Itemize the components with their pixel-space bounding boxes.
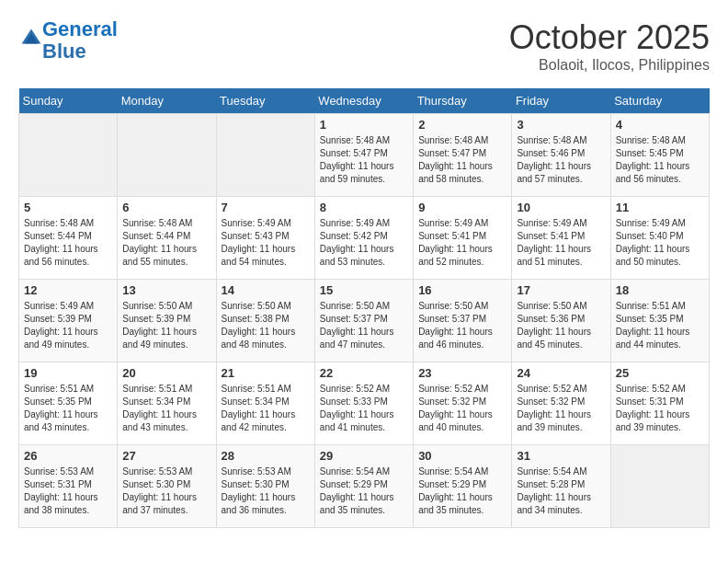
- calendar-cell: 17Sunrise: 5:50 AMSunset: 5:36 PMDayligh…: [512, 280, 610, 362]
- day-number: 1: [320, 118, 408, 132]
- day-number: 25: [616, 366, 704, 380]
- day-info: Sunrise: 5:49 AMSunset: 5:39 PMDaylight:…: [24, 300, 112, 351]
- day-number: 11: [616, 201, 704, 214]
- calendar-cell: [610, 445, 709, 528]
- calendar-cell: 8Sunrise: 5:49 AMSunset: 5:42 PMDaylight…: [314, 197, 413, 280]
- day-number: 10: [517, 201, 605, 214]
- calendar-cell: 6Sunrise: 5:48 AMSunset: 5:44 PMDaylight…: [118, 197, 216, 280]
- day-number: 3: [517, 118, 605, 132]
- day-info: Sunrise: 5:49 AMSunset: 5:41 PMDaylight:…: [418, 217, 506, 269]
- calendar-cell: 3Sunrise: 5:48 AMSunset: 5:46 PMDaylight…: [512, 114, 610, 197]
- calendar-cell: 28Sunrise: 5:53 AMSunset: 5:30 PMDayligh…: [216, 445, 314, 528]
- calendar-cell: 14Sunrise: 5:50 AMSunset: 5:38 PMDayligh…: [216, 280, 314, 362]
- day-info: Sunrise: 5:48 AMSunset: 5:47 PMDaylight:…: [418, 134, 506, 186]
- weekday-header-tuesday: Tuesday: [216, 88, 314, 114]
- calendar-cell: 5Sunrise: 5:48 AMSunset: 5:44 PMDaylight…: [19, 197, 118, 280]
- day-info: Sunrise: 5:48 AMSunset: 5:47 PMDaylight:…: [320, 134, 408, 186]
- day-info: Sunrise: 5:48 AMSunset: 5:44 PMDaylight:…: [122, 217, 210, 269]
- calendar-cell: 21Sunrise: 5:51 AMSunset: 5:34 PMDayligh…: [216, 362, 314, 445]
- day-info: Sunrise: 5:50 AMSunset: 5:37 PMDaylight:…: [418, 300, 506, 351]
- calendar-cell: 19Sunrise: 5:51 AMSunset: 5:35 PMDayligh…: [19, 362, 118, 445]
- day-number: 16: [418, 283, 506, 297]
- day-number: 21: [222, 366, 310, 380]
- day-info: Sunrise: 5:52 AMSunset: 5:33 PMDaylight:…: [320, 383, 408, 434]
- calendar-cell: 22Sunrise: 5:52 AMSunset: 5:33 PMDayligh…: [314, 362, 413, 445]
- calendar-week-2: 12Sunrise: 5:49 AMSunset: 5:39 PMDayligh…: [19, 280, 710, 362]
- calendar-table: SundayMondayTuesdayWednesdayThursdayFrid…: [18, 88, 710, 528]
- calendar-cell: 29Sunrise: 5:54 AMSunset: 5:29 PMDayligh…: [314, 445, 413, 528]
- day-info: Sunrise: 5:52 AMSunset: 5:32 PMDaylight:…: [418, 383, 506, 434]
- day-info: Sunrise: 5:49 AMSunset: 5:42 PMDaylight:…: [320, 217, 408, 269]
- day-info: Sunrise: 5:49 AMSunset: 5:40 PMDaylight:…: [616, 217, 704, 269]
- day-info: Sunrise: 5:52 AMSunset: 5:32 PMDaylight:…: [517, 383, 605, 434]
- day-number: 6: [122, 201, 210, 214]
- day-number: 26: [24, 449, 112, 463]
- calendar-cell: 23Sunrise: 5:52 AMSunset: 5:32 PMDayligh…: [414, 362, 512, 445]
- logo: GeneralBlue: [18, 18, 118, 63]
- day-number: 29: [320, 449, 408, 463]
- day-number: 18: [616, 283, 704, 297]
- day-info: Sunrise: 5:53 AMSunset: 5:31 PMDaylight:…: [24, 465, 112, 517]
- day-info: Sunrise: 5:48 AMSunset: 5:45 PMDaylight:…: [616, 134, 704, 186]
- day-number: 13: [122, 283, 210, 297]
- day-number: 24: [517, 366, 605, 380]
- day-info: Sunrise: 5:51 AMSunset: 5:35 PMDaylight:…: [616, 300, 704, 351]
- weekday-header-thursday: Thursday: [414, 88, 512, 114]
- calendar-cell: 12Sunrise: 5:49 AMSunset: 5:39 PMDayligh…: [19, 280, 118, 362]
- day-number: 7: [222, 201, 310, 214]
- calendar-cell: 15Sunrise: 5:50 AMSunset: 5:37 PMDayligh…: [314, 280, 413, 362]
- day-info: Sunrise: 5:50 AMSunset: 5:39 PMDaylight:…: [122, 300, 210, 351]
- weekday-header-row: SundayMondayTuesdayWednesdayThursdayFrid…: [19, 88, 710, 114]
- calendar-cell: 9Sunrise: 5:49 AMSunset: 5:41 PMDaylight…: [414, 197, 512, 280]
- calendar-week-1: 5Sunrise: 5:48 AMSunset: 5:44 PMDaylight…: [19, 197, 710, 280]
- calendar-cell: 4Sunrise: 5:48 AMSunset: 5:45 PMDaylight…: [610, 114, 709, 197]
- day-number: 5: [24, 201, 112, 214]
- calendar-cell: [19, 114, 118, 197]
- day-number: 28: [222, 449, 310, 463]
- day-number: 20: [122, 366, 210, 380]
- calendar-week-3: 19Sunrise: 5:51 AMSunset: 5:35 PMDayligh…: [19, 362, 710, 445]
- calendar-cell: [216, 114, 314, 197]
- day-number: 4: [616, 118, 704, 132]
- day-number: 31: [517, 449, 605, 463]
- day-number: 9: [418, 201, 506, 214]
- weekday-header-sunday: Sunday: [19, 88, 118, 114]
- page-header: GeneralBlue October 2025 Bolaoit, Ilocos…: [18, 18, 710, 74]
- calendar-week-4: 26Sunrise: 5:53 AMSunset: 5:31 PMDayligh…: [19, 445, 710, 528]
- day-number: 19: [24, 366, 112, 380]
- calendar-cell: 26Sunrise: 5:53 AMSunset: 5:31 PMDayligh…: [19, 445, 118, 528]
- day-info: Sunrise: 5:52 AMSunset: 5:31 PMDaylight:…: [616, 383, 704, 434]
- calendar-cell: 20Sunrise: 5:51 AMSunset: 5:34 PMDayligh…: [118, 362, 216, 445]
- day-info: Sunrise: 5:51 AMSunset: 5:34 PMDaylight:…: [222, 383, 310, 434]
- day-number: 23: [418, 366, 506, 380]
- day-info: Sunrise: 5:51 AMSunset: 5:35 PMDaylight:…: [24, 383, 112, 434]
- calendar-cell: 25Sunrise: 5:52 AMSunset: 5:31 PMDayligh…: [610, 362, 709, 445]
- day-number: 8: [320, 201, 408, 214]
- calendar-cell: 24Sunrise: 5:52 AMSunset: 5:32 PMDayligh…: [512, 362, 610, 445]
- day-number: 27: [122, 449, 210, 463]
- logo-icon: [20, 28, 42, 50]
- calendar-cell: 27Sunrise: 5:53 AMSunset: 5:30 PMDayligh…: [118, 445, 216, 528]
- calendar-cell: 18Sunrise: 5:51 AMSunset: 5:35 PMDayligh…: [610, 280, 709, 362]
- day-number: 30: [418, 449, 506, 463]
- location-title: Bolaoit, Ilocos, Philippines: [509, 57, 710, 74]
- day-number: 2: [418, 118, 506, 132]
- logo-text: GeneralBlue: [42, 18, 118, 63]
- calendar-cell: 30Sunrise: 5:54 AMSunset: 5:29 PMDayligh…: [414, 445, 512, 528]
- weekday-header-friday: Friday: [512, 88, 610, 114]
- day-number: 12: [24, 283, 112, 297]
- title-block: October 2025 Bolaoit, Ilocos, Philippine…: [509, 18, 710, 74]
- day-info: Sunrise: 5:54 AMSunset: 5:29 PMDaylight:…: [418, 465, 506, 517]
- weekday-header-monday: Monday: [118, 88, 216, 114]
- day-info: Sunrise: 5:51 AMSunset: 5:34 PMDaylight:…: [122, 383, 210, 434]
- day-info: Sunrise: 5:50 AMSunset: 5:38 PMDaylight:…: [222, 300, 310, 351]
- calendar-cell: 7Sunrise: 5:49 AMSunset: 5:43 PMDaylight…: [216, 197, 314, 280]
- day-info: Sunrise: 5:54 AMSunset: 5:28 PMDaylight:…: [517, 465, 605, 517]
- month-title: October 2025: [509, 18, 710, 57]
- calendar-cell: 2Sunrise: 5:48 AMSunset: 5:47 PMDaylight…: [414, 114, 512, 197]
- day-info: Sunrise: 5:48 AMSunset: 5:46 PMDaylight:…: [517, 134, 605, 186]
- calendar-cell: 16Sunrise: 5:50 AMSunset: 5:37 PMDayligh…: [414, 280, 512, 362]
- day-info: Sunrise: 5:48 AMSunset: 5:44 PMDaylight:…: [24, 217, 112, 269]
- day-info: Sunrise: 5:49 AMSunset: 5:43 PMDaylight:…: [222, 217, 310, 269]
- day-info: Sunrise: 5:54 AMSunset: 5:29 PMDaylight:…: [320, 465, 408, 517]
